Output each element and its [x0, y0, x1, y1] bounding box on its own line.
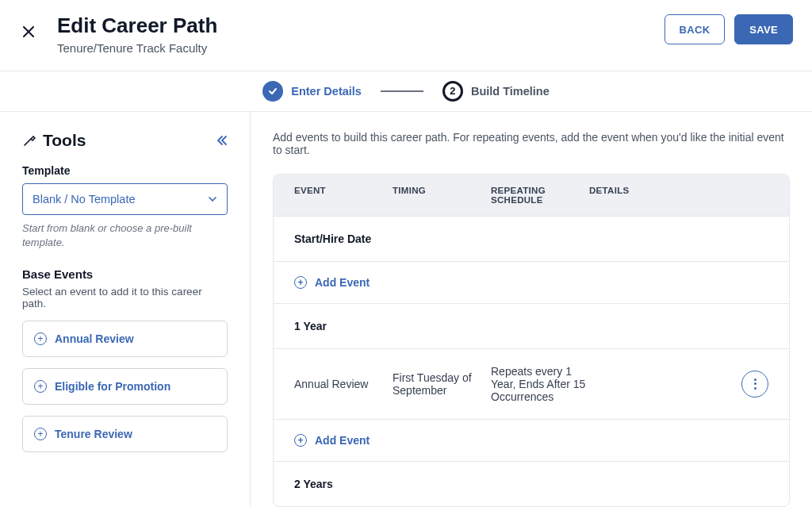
chevron-double-left-icon — [216, 135, 228, 146]
table-row: Annual Review First Tuesday of September… — [274, 348, 789, 419]
instructions: Add events to build this career path. Fo… — [273, 131, 790, 156]
main: Add events to build this career path. Fo… — [251, 112, 812, 507]
tools-title: Tools — [22, 131, 86, 150]
col-event: EVENT — [294, 186, 393, 205]
tools-header: Tools — [22, 131, 228, 150]
section-start-hire-date: Start/Hire Date — [274, 216, 789, 261]
plus-circle-icon: + — [34, 380, 47, 393]
base-event-label: Tenure Review — [55, 428, 132, 440]
stepper: Enter Details 2 Build Timeline — [0, 71, 812, 112]
base-events-label: Base Events — [22, 267, 228, 281]
base-event-label: Annual Review — [55, 332, 134, 345]
base-events-hint: Select an event to add it to this career… — [22, 286, 228, 309]
plus-circle-icon: + — [34, 332, 47, 345]
plus-circle-icon: + — [294, 276, 307, 289]
add-event-label: Add Event — [315, 434, 370, 447]
chevron-down-icon — [208, 194, 217, 204]
plus-circle-icon: + — [34, 428, 47, 440]
back-button[interactable]: BACK — [665, 14, 726, 44]
col-details: DETAILS — [589, 186, 721, 205]
add-event-row[interactable]: + Add Event — [274, 419, 789, 461]
add-event-label: Add Event — [315, 276, 370, 289]
section-label: 1 Year — [294, 320, 768, 332]
row-actions-button[interactable] — [741, 371, 768, 398]
template-select[interactable]: Blank / No Template — [22, 183, 228, 215]
section-1-year: 1 Year — [274, 303, 789, 348]
header-actions: BACK SAVE — [665, 14, 793, 44]
section-label: 2 Years — [294, 478, 768, 490]
body: Tools Template Blank / No Template Start… — [0, 112, 812, 507]
check-icon — [262, 81, 283, 102]
header: Edit Career Path Tenure/Tenure Track Fac… — [0, 0, 812, 71]
section-label: Start/Hire Date — [294, 232, 768, 245]
template-value: Blank / No Template — [33, 193, 136, 205]
tools-icon — [22, 133, 36, 148]
more-vertical-icon — [754, 378, 756, 390]
add-event-row[interactable]: + Add Event — [274, 261, 789, 303]
base-event-annual-review[interactable]: + Annual Review — [22, 321, 228, 357]
page-subtitle: Tenure/Tenure Track Faculty — [57, 41, 665, 55]
base-event-eligible-for-promotion[interactable]: + Eligible for Promotion — [22, 368, 228, 405]
close-button[interactable] — [19, 22, 38, 41]
step-enter-details[interactable]: Enter Details — [262, 81, 362, 102]
base-event-tenure-review[interactable]: + Tenure Review — [22, 416, 228, 452]
close-icon — [23, 26, 34, 37]
cell-schedule: Repeats every 1 Year, Ends After 15 Occu… — [491, 365, 589, 403]
table-header: EVENT TIMING REPEATING SCHEDULE DETAILS — [274, 175, 789, 216]
title-block: Edit Career Path Tenure/Tenure Track Fac… — [57, 14, 665, 55]
step-label: Enter Details — [291, 85, 362, 98]
plus-circle-icon: + — [294, 434, 307, 447]
section-2-years: 2 Years — [274, 461, 789, 506]
cell-event: Annual Review — [294, 378, 393, 390]
tools-title-text: Tools — [43, 131, 86, 150]
sidebar: Tools Template Blank / No Template Start… — [0, 112, 251, 507]
template-label: Template — [22, 164, 228, 177]
step-number-icon: 2 — [442, 81, 463, 102]
col-timing: TIMING — [393, 186, 491, 205]
step-connector — [381, 90, 423, 92]
template-hint: Start from blank or choose a pre-built t… — [22, 221, 228, 250]
save-button[interactable]: SAVE — [734, 14, 793, 44]
timeline-table: EVENT TIMING REPEATING SCHEDULE DETAILS … — [273, 174, 790, 507]
collapse-sidebar-button[interactable] — [216, 135, 228, 146]
cell-timing: First Tuesday of September — [393, 371, 491, 397]
step-label: Build Timeline — [471, 85, 550, 98]
base-event-label: Eligible for Promotion — [55, 380, 170, 393]
page-title: Edit Career Path — [57, 14, 665, 38]
step-build-timeline[interactable]: 2 Build Timeline — [442, 81, 550, 102]
col-schedule: REPEATING SCHEDULE — [491, 186, 589, 205]
